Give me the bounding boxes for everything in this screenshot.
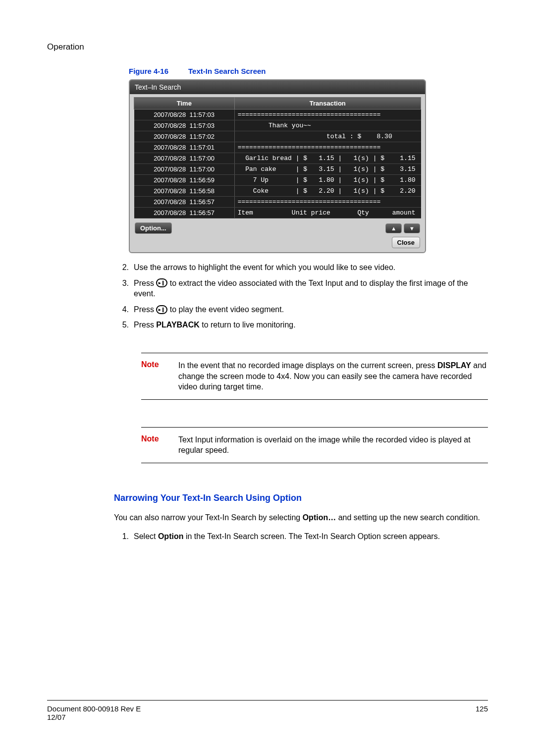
- cell-time: 2007/08/28 11:57:00: [134, 153, 235, 164]
- table-row[interactable]: 2007/08/28 11:56:57=====================…: [134, 197, 421, 208]
- cell-transaction: Garlic bread | $ 1.15 | 1(s) | $ 1.15: [234, 153, 421, 164]
- cell-time: 2007/08/28 11:56:57: [134, 208, 235, 218]
- col-transaction: Transaction: [234, 98, 421, 109]
- cell-time: 2007/08/28 11:56:59: [134, 175, 235, 186]
- cell-transaction: 7 Up | $ 1.80 | 1(s) | $ 1.80: [234, 175, 421, 186]
- note-label: Note: [141, 434, 178, 456]
- footer-date: 12/07: [47, 713, 66, 721]
- results-table: Time Transaction 2007/08/28 11:57:03====…: [134, 97, 421, 218]
- paragraph: You can also narrow your Text-In Search …: [114, 512, 488, 523]
- cell-transaction: total : $ 8.30: [234, 131, 421, 142]
- option-button[interactable]: Option...: [135, 222, 172, 234]
- note-text: In the event that no recorded image disp…: [178, 360, 488, 392]
- cell-time: 2007/08/28 11:57:03: [134, 120, 235, 131]
- table-row[interactable]: 2007/08/28 11:57:03=====================…: [134, 109, 421, 120]
- scroll-down-button[interactable]: ▼: [404, 223, 420, 233]
- table-row[interactable]: 2007/08/28 11:57:00 Garlic bread | $ 1.1…: [134, 153, 421, 164]
- table-row[interactable]: 2007/08/28 11:57:03 Thank you~~: [134, 120, 421, 131]
- step-number: 5.: [114, 320, 134, 330]
- cell-transaction: =====================================: [234, 109, 421, 120]
- cell-time: 2007/08/28 11:57:02: [134, 131, 235, 142]
- cell-transaction: Item Unit price Qty amount: [234, 208, 421, 218]
- cell-transaction: Thank you~~: [234, 120, 421, 131]
- step-text: Press PLAYBACK to return to live monitor…: [134, 320, 488, 330]
- figure-label: Figure 4-16: [129, 67, 168, 75]
- col-time: Time: [134, 98, 235, 109]
- step-text: Use the arrows to highlight the event fo…: [134, 262, 488, 273]
- subheading: Narrowing Your Text-In Search Using Opti…: [114, 493, 488, 503]
- window-title: Text–In Search: [130, 80, 425, 94]
- cell-time: 2007/08/28 11:56:57: [134, 197, 235, 208]
- cell-time: 2007/08/28 11:57:01: [134, 142, 235, 153]
- note-label: Note: [141, 360, 178, 392]
- cell-transaction: =====================================: [234, 197, 421, 208]
- step-text: Select Option in the Text-In Search scre…: [134, 531, 488, 542]
- table-row[interactable]: 2007/08/28 11:57:01=====================…: [134, 142, 421, 153]
- enter-play-icon: [156, 278, 167, 287]
- step-number: 4.: [114, 304, 134, 315]
- procedure-list-2: 1. Select Option in the Text-In Search s…: [114, 531, 488, 542]
- close-button[interactable]: Close: [392, 237, 420, 248]
- footer-page-number: 125: [476, 704, 488, 721]
- cell-time: 2007/08/28 11:57:00: [134, 164, 235, 175]
- table-row[interactable]: 2007/08/28 11:56:57Item Unit price Qty a…: [134, 208, 421, 218]
- figure-title: Text-In Search Screen: [188, 67, 266, 75]
- step-text: Press to extract the video associated wi…: [134, 278, 488, 299]
- cell-time: 2007/08/28 11:56:58: [134, 186, 235, 197]
- cell-transaction: =====================================: [234, 142, 421, 153]
- table-row[interactable]: 2007/08/28 11:57:00 Pan cake | $ 3.15 | …: [134, 164, 421, 175]
- cell-time: 2007/08/28 11:57:03: [134, 109, 235, 120]
- step-text: Press to play the event video segment.: [134, 304, 488, 315]
- footer-doc: Document 800-00918 Rev E: [47, 704, 141, 713]
- note-block: Note In the event that no recorded image…: [141, 353, 488, 400]
- note-text: Text Input information is overlaid on th…: [178, 434, 488, 456]
- step-number: 2.: [114, 262, 134, 273]
- enter-play-icon: [156, 305, 167, 314]
- figure-caption: Figure 4-16Text-In Search Screen: [129, 67, 488, 75]
- arrow-down-icon: ▼: [409, 225, 415, 231]
- page-footer: Document 800-00918 Rev E 12/07 125: [47, 700, 488, 721]
- scroll-up-button[interactable]: ▲: [385, 223, 402, 233]
- arrow-up-icon: ▲: [391, 225, 396, 231]
- step-number: 1.: [114, 531, 134, 542]
- table-row[interactable]: 2007/08/28 11:56:58 Coke | $ 2.20 | 1(s)…: [134, 186, 421, 197]
- text-in-search-window: Text–In Search Time Transaction 2007/08/…: [129, 79, 426, 253]
- procedure-list: 2. Use the arrows to highlight the event…: [114, 262, 488, 330]
- note-block: Note Text Input information is overlaid …: [141, 427, 488, 463]
- table-row[interactable]: 2007/08/28 11:57:02 total : $ 8.30: [134, 131, 421, 142]
- step-number: 3.: [114, 278, 134, 299]
- table-row[interactable]: 2007/08/28 11:56:59 7 Up | $ 1.80 | 1(s)…: [134, 175, 421, 186]
- cell-transaction: Coke | $ 2.20 | 1(s) | $ 2.20: [234, 186, 421, 197]
- cell-transaction: Pan cake | $ 3.15 | 1(s) | $ 3.15: [234, 164, 421, 175]
- page-section-header: Operation: [47, 42, 488, 52]
